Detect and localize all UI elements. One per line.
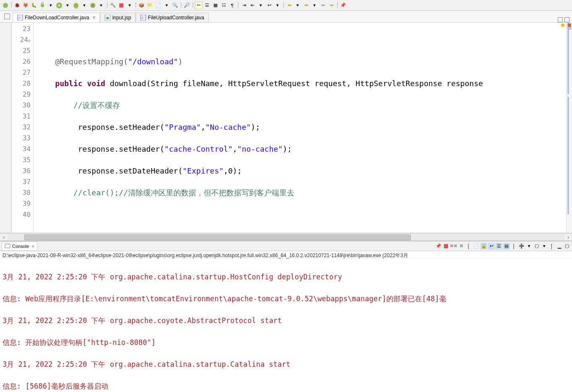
- code-area[interactable]: @RequestMapping("/download") public void…: [34, 23, 566, 233]
- line-number: 24⊖: [12, 34, 33, 45]
- terminate-icon[interactable]: [443, 243, 449, 250]
- maximize-view-icon[interactable]: ▢: [564, 243, 570, 250]
- console-tabbar: Console × 📌 ✖✖ ✖ │ 📄 🔒 ↩ ☰ ▤ │ ➕ ▾ ▢ ▾ │: [0, 241, 572, 251]
- horizontal-scrollbar[interactable]: ‹ ›: [0, 233, 572, 241]
- line-number: 32: [12, 122, 33, 133]
- display-selected-icon[interactable]: ▤: [503, 243, 510, 250]
- new-console-icon[interactable]: ▢: [533, 243, 540, 250]
- tab-label: FileUploadController.java: [148, 15, 204, 21]
- code-line: public void download(String fileName, Ht…: [34, 78, 566, 89]
- restore-panel-icon[interactable]: [4, 13, 10, 19]
- indent-icon[interactable]: ⇥: [240, 2, 248, 9]
- code-line: @RequestMapping("/download"): [34, 56, 566, 67]
- wrap-icon[interactable]: ↩: [265, 2, 273, 9]
- jsp-file-icon: [105, 15, 110, 21]
- scrollbar-track[interactable]: [8, 234, 564, 240]
- build-icon[interactable]: 🔨: [109, 2, 117, 9]
- last-edit-icon[interactable]: ⬅: [319, 2, 327, 9]
- tab-file-download-controller[interactable]: J FileDownLoadController.java ×: [13, 13, 100, 22]
- svg-rect-7: [119, 3, 123, 8]
- stop-icon[interactable]: [118, 2, 125, 9]
- toolbar-separator: ┊: [336, 2, 338, 9]
- scroll-left-icon[interactable]: ‹: [0, 234, 8, 240]
- toolbar-separator: │: [548, 243, 555, 250]
- toolbar-separator: ┊: [282, 2, 285, 9]
- dropdown-arrow-icon[interactable]: ▾: [257, 2, 265, 9]
- maximize-editor-icon[interactable]: [564, 17, 569, 22]
- svg-point-11: [106, 17, 109, 19]
- tool-fox-icon[interactable]: 🦊: [22, 2, 29, 9]
- minimize-editor-icon[interactable]: [558, 17, 563, 22]
- overview-ruler[interactable]: [566, 23, 572, 233]
- dropdown-arrow-icon[interactable]: ▾: [47, 2, 55, 9]
- tab-label: input.jsp: [112, 15, 131, 21]
- dropdown-arrow-icon[interactable]: ▾: [97, 2, 105, 9]
- remove-all-icon[interactable]: ✖: [458, 243, 464, 250]
- nav-fwd-icon[interactable]: ➡: [302, 2, 310, 9]
- code-line: [34, 34, 566, 45]
- dropdown-arrow-icon[interactable]: ▾: [274, 2, 281, 9]
- run-config-icon[interactable]: [72, 2, 80, 9]
- pin-icon[interactable]: 📌: [339, 2, 347, 9]
- svg-point-1: [41, 4, 44, 7]
- nav-back-icon[interactable]: ⬅: [286, 2, 293, 9]
- line-number: 23: [12, 24, 33, 34]
- new-class-icon[interactable]: 📄: [155, 2, 162, 9]
- dropdown-arrow-icon[interactable]: ▾: [311, 2, 318, 9]
- new-package-icon[interactable]: 📦: [138, 2, 145, 9]
- coverage-icon[interactable]: [89, 2, 97, 9]
- line-number: 35: [12, 155, 33, 166]
- scrollbar-thumb[interactable]: [24, 234, 411, 240]
- toggle-comment-icon[interactable]: ☰: [203, 2, 211, 9]
- ide-root: ┊ 🐞 🦊 🐛 ▾ ▾ ▾ ▾ ┊ 🔨 ▾ ┊ 📦 📁 📄 ▾ 🔍 ┊ 🔎 ┊ …: [0, 0, 572, 392]
- toolbar-separator: │: [465, 243, 472, 250]
- debug-menu-icon[interactable]: [39, 2, 46, 9]
- minimize-view-icon[interactable]: ▁: [556, 243, 563, 250]
- close-icon[interactable]: ×: [92, 15, 95, 21]
- next-edit-icon[interactable]: ➡: [328, 2, 335, 9]
- dropdown-arrow-icon[interactable]: ▾: [81, 2, 88, 9]
- clear-console-icon[interactable]: 📄: [473, 243, 480, 250]
- toolbar-separator: ┊: [106, 2, 108, 9]
- close-icon[interactable]: ×: [31, 244, 34, 249]
- editor-tabs: J FileDownLoadController.java × input.js…: [0, 11, 572, 23]
- overview-mark: [567, 97, 569, 214]
- line-number: 33: [12, 133, 33, 144]
- dropdown-arrow-icon[interactable]: ▾: [64, 2, 71, 9]
- restart-icon[interactable]: [2, 2, 9, 9]
- outdent-icon[interactable]: ⇤: [249, 2, 256, 9]
- format-icon[interactable]: ☷: [220, 2, 228, 9]
- show-console-icon[interactable]: ☰: [496, 243, 502, 250]
- block-select-icon[interactable]: ▦: [212, 2, 219, 9]
- console-tab-label: Console: [12, 244, 29, 249]
- line-gutter: 23 24⊖ 25 26 27 28 29 30 31 32 33 34 35 …: [12, 23, 34, 233]
- remove-terminated-icon[interactable]: ✖✖: [450, 243, 457, 250]
- line-number: 30: [12, 100, 33, 111]
- scroll-lock-icon[interactable]: 🔒: [480, 243, 487, 250]
- tool-spider-icon[interactable]: 🐞: [13, 2, 21, 9]
- console-output[interactable]: 3月 21, 2022 2:25:20 下午 org.apache.catali…: [0, 259, 572, 392]
- console-process-path: D:\eclipse-java-2021-09-R-win32-x86_64\e…: [0, 251, 572, 259]
- dropdown-arrow-icon[interactable]: ▾: [126, 2, 134, 9]
- dropdown-arrow-icon[interactable]: ▾: [541, 243, 548, 250]
- highlight-icon[interactable]: ✏: [195, 2, 202, 9]
- tab-input-jsp[interactable]: input.jsp: [100, 13, 136, 22]
- tool-bug-icon[interactable]: 🐛: [30, 2, 38, 9]
- show-ws-icon[interactable]: ¶: [228, 2, 236, 9]
- dropdown-arrow-icon[interactable]: ▾: [526, 243, 533, 250]
- word-wrap-icon[interactable]: ↩: [488, 243, 495, 250]
- search-icon[interactable]: 🔎: [183, 2, 191, 9]
- open-console-icon[interactable]: ➕: [518, 243, 525, 250]
- scroll-right-icon[interactable]: ›: [564, 234, 572, 240]
- dropdown-arrow-icon[interactable]: ▾: [163, 2, 171, 9]
- console-tab[interactable]: Console ×: [2, 242, 37, 251]
- dropdown-arrow-icon[interactable]: ▾: [294, 2, 302, 9]
- new-folder-icon[interactable]: 📁: [146, 2, 154, 9]
- code-line: response.setHeader("cache-Control","no-c…: [34, 144, 566, 155]
- run-icon[interactable]: [55, 2, 63, 9]
- open-type-icon[interactable]: 🔍: [171, 2, 179, 9]
- svg-rect-16: [444, 244, 448, 248]
- pin-console-icon[interactable]: 📌: [435, 243, 442, 250]
- java-file-icon: J: [140, 15, 146, 21]
- tab-file-upload-controller[interactable]: J FileUploadController.java: [136, 13, 209, 22]
